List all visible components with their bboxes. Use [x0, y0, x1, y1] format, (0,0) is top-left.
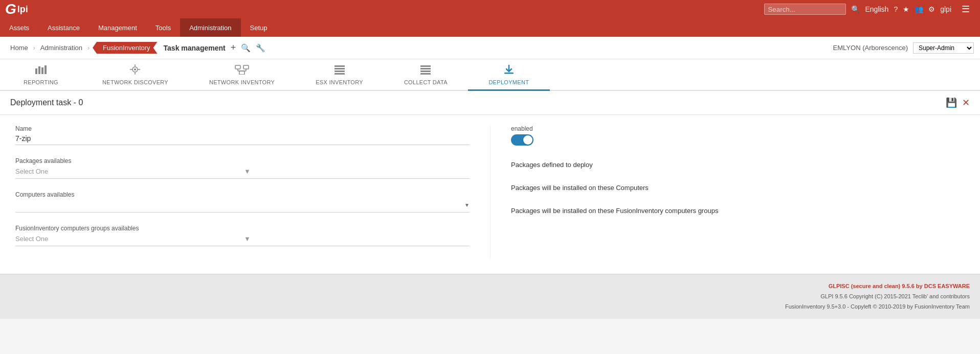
svg-rect-25: [504, 73, 514, 74]
svg-rect-22: [420, 68, 431, 69]
groups-arrow[interactable]: ▼: [244, 234, 470, 244]
computers-info-label: Packages will be installed on these Comp…: [511, 184, 965, 192]
search-button[interactable]: 🔍: [241, 43, 251, 53]
groups-placeholder: Select One: [15, 234, 241, 244]
svg-point-5: [134, 68, 136, 70]
entity-label: EMLYON (Arborescence): [833, 44, 908, 52]
language-label[interactable]: English: [865, 5, 888, 13]
breadcrumb-right: EMLYON (Arborescence) Super-Admin: [833, 42, 974, 54]
svg-rect-24: [420, 73, 431, 75]
breadcrumb-plugin[interactable]: FusionInventory: [93, 42, 158, 54]
groups-label: FusionInventory computers groups availab…: [15, 225, 470, 232]
save-icon[interactable]: 💾: [946, 97, 957, 108]
groups-field-group: FusionInventory computers groups availab…: [15, 225, 470, 246]
groups-select[interactable]: Select One ▼: [15, 234, 470, 246]
svg-rect-11: [243, 65, 249, 69]
role-select[interactable]: Super-Admin: [913, 42, 974, 54]
nav-assistance[interactable]: Assistance: [38, 18, 89, 37]
section-title: Deployment task - 0: [10, 98, 83, 107]
form-left: Name 7-zip Packages availables Select On…: [15, 125, 490, 258]
packages-info-label: Packages defined to deploy: [511, 161, 965, 169]
tab-bar: REPORTING NETWORK DISCOVERY: [0, 59, 980, 91]
deployment-icon: [503, 64, 515, 77]
star-icon[interactable]: ★: [903, 5, 909, 13]
breadcrumb-home[interactable]: Home: [6, 42, 32, 54]
top-bar: G lpi 🔍 English ? ★ 👥 ⚙ glpi ☰: [0, 0, 980, 18]
logo[interactable]: G lpi: [5, 1, 28, 17]
computers-select[interactable]: ▼: [15, 200, 470, 213]
packages-placeholder: Select One: [15, 167, 241, 176]
svg-rect-19: [335, 70, 345, 72]
gear-icon[interactable]: ⚙: [928, 5, 935, 13]
packages-field-group: Packages availables Select One ▼: [15, 157, 470, 179]
close-icon[interactable]: ✕: [962, 97, 970, 108]
footer-link[interactable]: GLPISC (secure and clean) 9.5.6 by DCS E…: [829, 283, 970, 289]
toggle-knob: [523, 135, 532, 145]
nav-setup[interactable]: Setup: [241, 18, 277, 37]
svg-rect-17: [335, 65, 345, 67]
footer-line2: GLPI 9.5.6 Copyright (C) 2015-2021 Tecli…: [10, 292, 970, 302]
footer-line3: FusionInventory 9.5+3.0 - Copyleft © 201…: [10, 302, 970, 312]
enabled-label: enabled: [511, 125, 965, 132]
groups-info-block: Packages will be installed on these Fusi…: [511, 207, 965, 215]
tab-network-inventory[interactable]: NETWORK INVENTORY: [189, 59, 295, 91]
tab-reporting-label: REPORTING: [24, 79, 58, 85]
packages-arrow[interactable]: ▼: [244, 167, 470, 176]
packages-label: Packages availables: [15, 157, 470, 164]
main-content: Deployment task - 0 💾 ✕ Name 7-zip Packa…: [0, 91, 980, 274]
search-input[interactable]: [764, 4, 846, 15]
enabled-toggle-group: enabled: [511, 125, 965, 146]
tab-network-inventory-label: NETWORK INVENTORY: [209, 79, 275, 85]
form-right: enabled Packages defined to deploy Packa…: [490, 125, 965, 258]
username-label[interactable]: glpi: [940, 5, 951, 13]
tab-esx-inventory[interactable]: ESX INVENTORY: [295, 59, 384, 91]
section-header: Deployment task - 0 💾 ✕: [0, 91, 980, 115]
computers-field-group: Computers availables ▼: [15, 191, 470, 213]
users-icon[interactable]: 👥: [915, 5, 923, 13]
breadcrumb-actions: + 🔍 🔧: [231, 42, 266, 53]
nav-assets[interactable]: Assets: [0, 18, 38, 37]
add-button[interactable]: +: [231, 42, 236, 53]
enabled-toggle[interactable]: [511, 134, 533, 146]
svg-rect-1: [38, 66, 40, 74]
packages-select[interactable]: Select One ▼: [15, 167, 470, 179]
form-area: Name 7-zip Packages availables Select On…: [0, 115, 980, 274]
section-actions: 💾 ✕: [946, 97, 970, 108]
tab-network-discovery[interactable]: NETWORK DISCOVERY: [82, 59, 189, 91]
tab-network-discovery-label: NETWORK DISCOVERY: [102, 79, 168, 85]
esx-inventory-icon: [333, 64, 346, 77]
network-inventory-icon: [235, 64, 249, 77]
computers-label: Computers availables: [15, 191, 470, 198]
breadcrumb-sep2: ›: [86, 44, 91, 52]
footer-line1: GLPISC (secure and clean) 9.5.6 by DCS E…: [10, 281, 970, 292]
breadcrumb-sep1: ›: [32, 44, 36, 52]
svg-rect-2: [41, 67, 43, 74]
breadcrumb-bar: Home › Administration › FusionInventory …: [0, 37, 980, 59]
tab-reporting[interactable]: REPORTING: [0, 59, 82, 91]
top-bar-right: 🔍 English ? ★ 👥 ⚙ glpi ☰: [764, 4, 975, 15]
nav-tools[interactable]: Tools: [146, 18, 180, 37]
computers-arrow[interactable]: ▼: [464, 202, 470, 208]
network-discovery-icon: [129, 64, 141, 77]
nav-bar: Assets Assistance Management Tools Admin…: [0, 18, 980, 37]
settings-button[interactable]: 🔧: [256, 43, 265, 53]
groups-info-label: Packages will be installed on these Fusi…: [511, 207, 965, 215]
top-bar-left: G lpi: [5, 1, 28, 17]
packages-info-block: Packages defined to deploy: [511, 161, 965, 169]
tab-esx-inventory-label: ESX INVENTORY: [316, 79, 363, 85]
help-icon[interactable]: ?: [894, 5, 898, 13]
search-icon[interactable]: 🔍: [851, 5, 860, 13]
svg-rect-18: [335, 68, 345, 69]
svg-rect-20: [335, 73, 345, 75]
hamburger-icon[interactable]: ☰: [956, 4, 975, 15]
breadcrumb-admin[interactable]: Administration: [36, 42, 86, 54]
nav-management[interactable]: Management: [89, 18, 146, 37]
svg-rect-0: [35, 68, 37, 74]
svg-rect-3: [44, 65, 47, 74]
tab-deployment-label: DEPLOYMENT: [488, 79, 529, 85]
svg-rect-21: [420, 65, 431, 67]
nav-administration[interactable]: Administration: [180, 18, 240, 37]
reporting-icon: [35, 64, 47, 77]
tab-deployment[interactable]: DEPLOYMENT: [468, 59, 550, 91]
tab-collect-data[interactable]: COLLECT DATA: [384, 59, 468, 91]
